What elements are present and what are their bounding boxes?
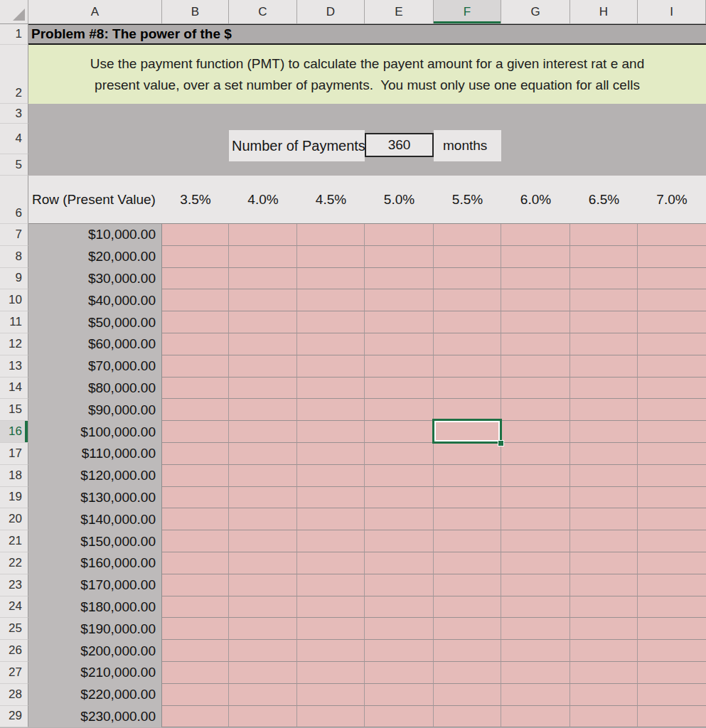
cell-c16[interactable] — [229, 421, 297, 443]
cell-d24[interactable] — [297, 596, 365, 619]
cell-d26[interactable] — [297, 640, 365, 662]
cell-i14[interactable] — [638, 378, 706, 400]
cell-g7[interactable] — [501, 224, 570, 246]
cell-f25[interactable] — [434, 618, 501, 640]
cell-d18[interactable] — [297, 465, 365, 487]
cell-e29[interactable] — [365, 706, 434, 728]
cell-d22[interactable] — [297, 552, 365, 574]
cell-g11[interactable] — [501, 311, 570, 333]
cell-a13-present-value[interactable]: $70,000.00 — [28, 355, 162, 378]
cell-f18[interactable] — [434, 465, 501, 487]
cell-c18[interactable] — [229, 465, 297, 487]
cell-b28[interactable] — [162, 684, 229, 706]
cell-c17[interactable] — [229, 443, 297, 465]
cell-a22-present-value[interactable]: $160,000.00 — [28, 552, 162, 574]
cell-i15[interactable] — [638, 399, 706, 421]
cell-f8[interactable] — [434, 246, 501, 268]
rate-header-6.0%[interactable]: 6.0% — [501, 176, 570, 223]
rate-header-6.5%[interactable]: 6.5% — [570, 176, 638, 223]
cell-d29[interactable] — [297, 706, 365, 728]
cell-a16-present-value[interactable]: $100,000.00 — [28, 421, 162, 443]
cell-b17[interactable] — [162, 443, 229, 465]
row-header-10[interactable]: 10 — [0, 289, 28, 311]
rate-header-7.0%[interactable]: 7.0% — [638, 176, 706, 223]
cell-e27[interactable] — [365, 662, 434, 684]
cell-d12[interactable] — [297, 333, 365, 355]
cell-g15[interactable] — [501, 399, 570, 421]
fill-handle[interactable] — [498, 440, 504, 446]
row-header-24[interactable]: 24 — [0, 596, 28, 619]
row-header-16[interactable]: 16 — [0, 421, 28, 443]
cell-f14[interactable] — [434, 378, 501, 400]
cell-g23[interactable] — [501, 574, 570, 596]
cell-b26[interactable] — [162, 640, 229, 662]
column-header-d[interactable]: D — [297, 0, 365, 23]
cell-i22[interactable] — [638, 552, 706, 574]
row-header-3[interactable]: 3 — [0, 104, 28, 124]
cell-h29[interactable] — [570, 706, 638, 728]
cell-h20[interactable] — [570, 508, 638, 530]
cell-e23[interactable] — [365, 574, 434, 596]
cell-d9[interactable] — [297, 268, 365, 290]
cell-d25[interactable] — [297, 618, 365, 640]
row-header-18[interactable]: 18 — [0, 465, 28, 487]
cell-i12[interactable] — [638, 333, 706, 355]
cell-a11-present-value[interactable]: $50,000.00 — [28, 311, 162, 333]
cell-f27[interactable] — [434, 662, 501, 684]
cell-a20-present-value[interactable]: $140,000.00 — [28, 508, 162, 530]
cell-h27[interactable] — [570, 662, 638, 684]
cell-d23[interactable] — [297, 574, 365, 596]
cell-i17[interactable] — [638, 443, 706, 465]
cell-g26[interactable] — [501, 640, 570, 662]
cell-f19[interactable] — [434, 487, 501, 509]
cell-c27[interactable] — [229, 662, 297, 684]
cell-c22[interactable] — [229, 552, 297, 574]
cell-a2-instructions[interactable]: Use the payment function (PMT) to calcul… — [28, 45, 706, 104]
cell-a7-present-value[interactable]: $10,000.00 — [28, 224, 162, 246]
row-header-20[interactable]: 20 — [0, 508, 28, 530]
cell-a28-present-value[interactable]: $220,000.00 — [28, 684, 162, 706]
cell-a19-present-value[interactable]: $130,000.00 — [28, 487, 162, 509]
cell-payments-value[interactable]: 360 — [365, 133, 434, 157]
cell-b22[interactable] — [162, 552, 229, 574]
cell-f11[interactable] — [434, 311, 501, 333]
cell-b12[interactable] — [162, 333, 229, 355]
cell-b14[interactable] — [162, 378, 229, 400]
cell-b15[interactable] — [162, 399, 229, 421]
cell-a10-present-value[interactable]: $40,000.00 — [28, 289, 162, 311]
cell-g27[interactable] — [501, 662, 570, 684]
rate-header-4.5%[interactable]: 4.5% — [297, 176, 365, 223]
cell-i16[interactable] — [638, 421, 706, 443]
cell-g28[interactable] — [501, 684, 570, 706]
cell-h21[interactable] — [570, 530, 638, 552]
cell-b21[interactable] — [162, 530, 229, 552]
cell-a21-present-value[interactable]: $150,000.00 — [28, 530, 162, 552]
cell-c21[interactable] — [229, 530, 297, 552]
cell-f15[interactable] — [434, 399, 501, 421]
cell-b20[interactable] — [162, 508, 229, 530]
cell-e10[interactable] — [365, 289, 434, 311]
cell-e25[interactable] — [365, 618, 434, 640]
cell-a24-present-value[interactable]: $180,000.00 — [28, 596, 162, 619]
row-header-29[interactable]: 29 — [0, 706, 28, 728]
column-header-b[interactable]: B — [162, 0, 229, 23]
cell-d28[interactable] — [297, 684, 365, 706]
row-header-4[interactable]: 4 — [0, 124, 28, 154]
cell-b19[interactable] — [162, 487, 229, 509]
cell-h24[interactable] — [570, 596, 638, 619]
cell-f28[interactable] — [434, 684, 501, 706]
cell-c20[interactable] — [229, 508, 297, 530]
cell-b18[interactable] — [162, 465, 229, 487]
cell-a25-present-value[interactable]: $190,000.00 — [28, 618, 162, 640]
cell-c12[interactable] — [229, 333, 297, 355]
cell-f21[interactable] — [434, 530, 501, 552]
cell-i23[interactable] — [638, 574, 706, 596]
cell-g29[interactable] — [501, 706, 570, 728]
cell-f13[interactable] — [434, 355, 501, 378]
row-header-25[interactable]: 25 — [0, 618, 28, 640]
cell-i10[interactable] — [638, 289, 706, 311]
cell-b8[interactable] — [162, 246, 229, 268]
cell-e9[interactable] — [365, 268, 434, 290]
cell-g8[interactable] — [501, 246, 570, 268]
cell-a14-present-value[interactable]: $80,000.00 — [28, 378, 162, 400]
